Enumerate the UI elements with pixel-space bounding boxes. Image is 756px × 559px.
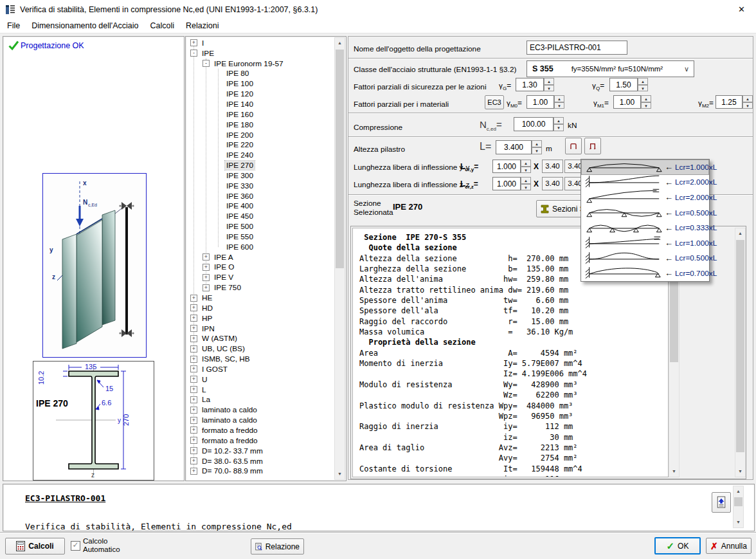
tree-item-label[interactable]: D= 38.0- 63.5 mm	[201, 457, 264, 466]
expand-icon[interactable]: +	[190, 426, 197, 434]
tree-row[interactable]: +UB, UC (BS)	[186, 344, 334, 354]
project-name-input[interactable]	[526, 41, 627, 55]
tree-row[interactable]: IPE 360	[186, 191, 334, 201]
tree-item-label[interactable]: HE	[201, 293, 213, 302]
tree-item-label[interactable]: La	[201, 395, 212, 404]
lcry-length-a[interactable]: 3.40	[542, 160, 563, 173]
tree-item-label[interactable]: formato a freddo	[201, 436, 259, 445]
tree-row[interactable]: +HD	[186, 303, 334, 313]
tree-row[interactable]: +IPE A	[186, 252, 334, 262]
expand-icon[interactable]: +	[190, 457, 197, 464]
tree-row[interactable]: IPE 450	[186, 211, 334, 221]
tree-row[interactable]: -IPE Euronorm 19-57	[186, 59, 334, 69]
gamma-g-stepper[interactable]	[544, 78, 554, 91]
tree-row[interactable]: IPE 600	[186, 242, 334, 252]
tree-item-label[interactable]: IPE 80	[225, 69, 250, 78]
expand-icon[interactable]: +	[190, 447, 197, 454]
tree-row[interactable]: +formato a freddo	[186, 425, 334, 435]
collapse-icon[interactable]: -	[190, 50, 197, 57]
frame-pinned-button[interactable]	[565, 138, 582, 154]
tree-item-label[interactable]: D= 70.0- 88.9 mm	[201, 466, 264, 475]
tree-row[interactable]: IPE 200	[186, 130, 334, 140]
lcrz-input[interactable]	[492, 177, 521, 190]
tree-item-label[interactable]: IPE 550	[225, 232, 255, 241]
tree-item-label[interactable]: IPE Euronorm 19-57	[213, 59, 285, 68]
gamma-m2-input[interactable]	[716, 95, 742, 109]
tree-item-label[interactable]: IPE	[201, 49, 215, 58]
tree-item-label[interactable]: IPE 180	[225, 120, 255, 129]
lcrz-stepper[interactable]	[521, 177, 531, 190]
scroll-up-icon[interactable]	[735, 228, 745, 239]
close-icon[interactable]: ✕	[727, 0, 756, 19]
scrollbar-thumb[interactable]	[336, 50, 344, 268]
tree-item-label[interactable]: IPE 360	[225, 192, 255, 201]
scroll-up-icon[interactable]	[734, 486, 743, 497]
report-preview-button[interactable]	[712, 492, 731, 513]
expand-icon[interactable]: +	[190, 356, 197, 363]
tree-item-label[interactable]: IPE 140	[225, 100, 255, 109]
tree-row[interactable]: IPE 330	[186, 181, 334, 191]
report-scrollbar[interactable]	[733, 486, 744, 528]
tree-row[interactable]: +U	[186, 374, 334, 385]
nced-input[interactable]	[514, 117, 554, 131]
relazione-button[interactable]: Relazione	[251, 538, 304, 554]
tree-item-label[interactable]: ISMB, SC, HB	[201, 354, 251, 363]
expand-icon[interactable]: +	[190, 325, 197, 332]
tree-row[interactable]: IPE 140	[186, 99, 334, 109]
tree-item-label[interactable]: IPE 160	[225, 110, 255, 119]
expand-icon[interactable]: +	[190, 468, 197, 475]
tree-item-label[interactable]: laminato a caldo	[201, 405, 258, 414]
tree-item-label[interactable]: HD	[201, 304, 214, 313]
tree-item-label[interactable]: IPE 300	[225, 171, 255, 180]
tree-row[interactable]: +IPN	[186, 324, 334, 334]
tree-item-label[interactable]: UB, UC (BS)	[201, 344, 246, 353]
buckling-option[interactable]: ←Lcr=1.000xL	[581, 235, 709, 251]
expand-icon[interactable]: +	[190, 335, 197, 342]
tree-row[interactable]: +laminato a caldo	[186, 415, 334, 425]
menu-item-3[interactable]: Relazioni	[180, 19, 224, 32]
scrollbar-thumb[interactable]	[734, 497, 742, 506]
lcry-stepper[interactable]	[521, 160, 531, 173]
gamma-m2-stepper[interactable]	[742, 95, 753, 109]
expand-icon[interactable]: +	[203, 284, 210, 291]
buckling-option[interactable]: ←Lcr=1.000xL	[581, 160, 709, 175]
scrollbar-thumb[interactable]	[736, 240, 744, 452]
tree-row[interactable]: +La	[186, 395, 334, 405]
tree-row[interactable]: IPE 270	[186, 160, 334, 170]
expand-icon[interactable]: +	[203, 274, 210, 281]
tree-item-label[interactable]: IPE 400	[225, 201, 255, 210]
auto-calc-checkbox[interactable]	[71, 541, 80, 551]
tree-row[interactable]: +IPE 750	[186, 282, 334, 293]
tree-item-label[interactable]: IPE 270	[225, 161, 255, 170]
tree-item-label[interactable]: IPN	[201, 324, 216, 333]
steel-class-select[interactable]: S 355 fy=355N/mm² fu=510N/mm²	[526, 60, 694, 77]
gamma-q-stepper[interactable]	[638, 78, 648, 91]
tree-row[interactable]: IPE 240	[186, 150, 334, 160]
nced-stepper[interactable]	[554, 117, 564, 131]
calcoli-button[interactable]: Calcoli	[5, 538, 65, 554]
buckling-option[interactable]: ←Lcr=0.700xL	[581, 266, 709, 281]
tree-row[interactable]: +L	[186, 385, 334, 395]
tree-row[interactable]: IPE 100	[186, 78, 334, 89]
tree-item-label[interactable]: IPE 330	[225, 181, 255, 190]
menu-item-0[interactable]: File	[1, 19, 26, 32]
annulla-button[interactable]: ✗ Annulla	[706, 538, 752, 554]
lcrz-length-a[interactable]: 3.40	[542, 177, 563, 190]
tree-item-label[interactable]: IPE V	[213, 273, 235, 282]
expand-icon[interactable]: +	[190, 407, 197, 414]
outer-scrollbar[interactable]	[735, 228, 746, 477]
tree-row[interactable]: +HE	[186, 293, 334, 303]
tree-row[interactable]: +HP	[186, 313, 334, 324]
tree-row[interactable]: IPE 500	[186, 221, 334, 232]
scroll-up-icon[interactable]	[335, 38, 345, 48]
tree-row[interactable]: IPE 400	[186, 201, 334, 212]
expand-icon[interactable]: +	[190, 376, 197, 383]
frame-fixed-button[interactable]	[584, 138, 601, 154]
tree-item-label[interactable]: I GOST	[201, 365, 229, 374]
tree-row[interactable]: IPE 180	[186, 120, 334, 130]
expand-icon[interactable]: +	[203, 253, 210, 261]
expand-icon[interactable]: +	[190, 315, 197, 322]
tree-row[interactable]: +ISMB, SC, HB	[186, 354, 334, 364]
tree-item-label[interactable]: IPE O	[213, 262, 235, 271]
tree-row[interactable]: IPE 120	[186, 89, 334, 99]
